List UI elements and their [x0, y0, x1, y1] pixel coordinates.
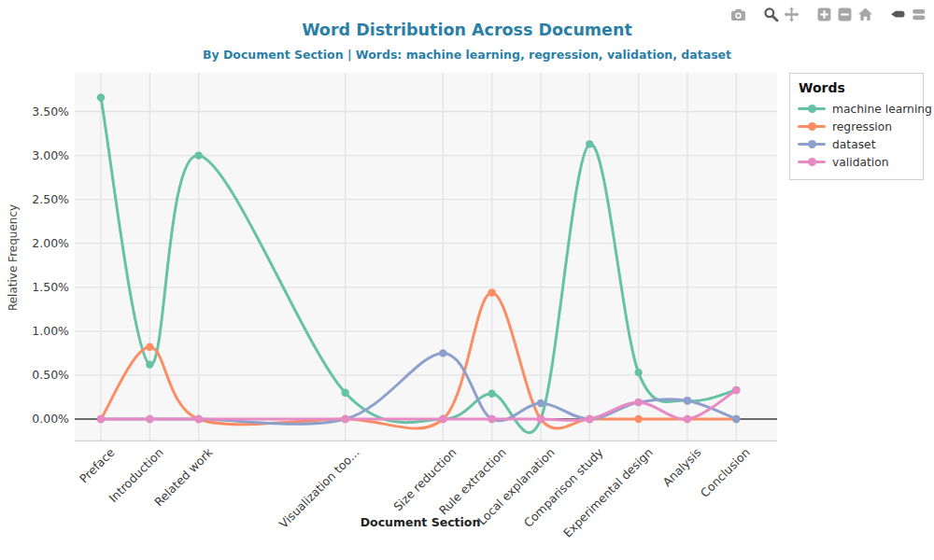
- y-tick-label: 1.50%: [2, 280, 69, 294]
- chart-title: Word Distribution Across Document: [302, 21, 632, 39]
- legend-item-regression[interactable]: regression: [798, 118, 915, 135]
- data-point-dataset[interactable]: [684, 397, 691, 404]
- data-point-validation[interactable]: [586, 415, 593, 423]
- data-point-validation[interactable]: [146, 415, 153, 423]
- legend-line-marker: [798, 140, 826, 148]
- y-tick-label: 3.50%: [2, 105, 69, 119]
- data-point-validation[interactable]: [194, 415, 202, 423]
- y-tick-label: 2.50%: [2, 192, 69, 206]
- data-point-machine-learning[interactable]: [634, 369, 642, 376]
- data-point-regression[interactable]: [146, 343, 153, 351]
- data-point-dataset[interactable]: [732, 415, 740, 423]
- data-point-validation[interactable]: [537, 415, 545, 423]
- x-tick-label: Analysis: [660, 445, 704, 489]
- data-point-machine-learning[interactable]: [488, 389, 495, 397]
- data-point-machine-learning[interactable]: [341, 389, 348, 397]
- legend-label: dataset: [832, 138, 876, 151]
- y-tick-label: 0.50%: [2, 368, 69, 382]
- x-tick-label: Conclusion: [698, 445, 753, 500]
- plot-area[interactable]: [75, 73, 777, 441]
- data-point-regression[interactable]: [634, 415, 642, 423]
- data-point-machine-learning[interactable]: [194, 151, 202, 159]
- data-point-validation[interactable]: [684, 415, 691, 423]
- data-point-validation[interactable]: [732, 386, 740, 394]
- data-point-validation[interactable]: [97, 415, 105, 423]
- chart-subtitle: By Document Section | Words: machine lea…: [0, 48, 934, 62]
- data-point-regression[interactable]: [488, 288, 495, 296]
- data-point-machine-learning[interactable]: [97, 93, 105, 101]
- y-tick-label: 2.00%: [2, 236, 69, 250]
- legend-line-marker: [798, 122, 826, 131]
- data-point-machine-learning[interactable]: [146, 360, 153, 368]
- legend: Words machine learningregressiondatasetv…: [789, 73, 924, 180]
- data-point-validation[interactable]: [634, 399, 642, 406]
- legend-title: Words: [799, 80, 915, 95]
- legend-label: validation: [832, 156, 889, 169]
- legend-item-machine-learning[interactable]: machine learning: [798, 100, 915, 118]
- legend-item-dataset[interactable]: dataset: [798, 135, 915, 153]
- data-point-machine-learning[interactable]: [586, 140, 593, 147]
- legend-line-marker: [798, 105, 826, 113]
- data-point-dataset[interactable]: [439, 349, 446, 357]
- x-axis-title: Document Section: [0, 515, 841, 529]
- y-axis-title: Relative Frequency: [7, 204, 20, 311]
- legend-item-validation[interactable]: validation: [798, 153, 915, 171]
- y-tick-label: 3.00%: [2, 148, 69, 162]
- series-line-regression: [101, 292, 736, 428]
- data-point-validation[interactable]: [439, 415, 446, 423]
- series-line-machine-learning: [101, 97, 736, 432]
- data-point-dataset[interactable]: [537, 399, 545, 407]
- legend-label: regression: [832, 120, 892, 133]
- y-tick-label: 0.00%: [2, 412, 69, 426]
- data-point-validation[interactable]: [488, 415, 495, 423]
- legend-line-marker: [798, 158, 826, 166]
- series-line-dataset: [101, 353, 736, 424]
- line-chart[interactable]: [75, 73, 777, 441]
- legend-label: machine learning: [832, 103, 932, 116]
- data-point-validation[interactable]: [341, 415, 348, 423]
- y-tick-label: 1.00%: [2, 324, 69, 338]
- x-tick-label: Preface: [77, 445, 117, 485]
